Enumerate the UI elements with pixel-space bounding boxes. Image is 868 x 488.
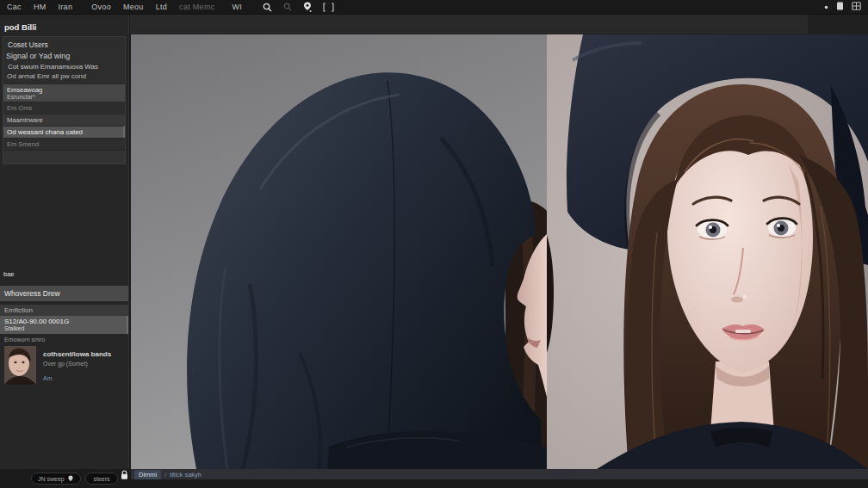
bottom-pill-steers[interactable]: steers [85, 473, 118, 485]
selection-item-1[interactable]: Emfiction [0, 305, 128, 316]
selection-item-2-line1: S12/A0-90.00 0001G [4, 318, 122, 325]
selection-footnote: Emoworn smro [0, 334, 128, 345]
list-item-link[interactable]: Am [43, 375, 111, 381]
panel-row-highlight-sub: Esrunctar* [7, 94, 121, 100]
list-item-thumbnail [4, 346, 36, 385]
canvas-toolbar [130, 15, 868, 34]
left-image-hooded-figure-back[interactable] [131, 34, 547, 469]
right-image-hooded-girl-portrait[interactable] [547, 34, 868, 469]
menu-item-5[interactable]: Meou [123, 3, 144, 11]
bottom-pill-sweep[interactable]: JN sweep [31, 473, 81, 485]
search-dim-icon[interactable] [283, 3, 292, 11]
info-line-2: Signal or Yad wing [3, 51, 125, 62]
bottom-bar: JN sweep steers Dimmi / titick sakyh [0, 469, 868, 488]
grid-icon[interactable] [852, 2, 861, 12]
pin-icon[interactable] [303, 2, 312, 12]
toolbar-icons [263, 2, 334, 12]
image-viewer [131, 34, 868, 469]
panel-footer [3, 150, 125, 164]
sidebar-title: pod Billi [0, 15, 128, 36]
menu-item-6[interactable]: Ltd [156, 3, 167, 11]
menu-item-7[interactable]: cat Memc [179, 3, 214, 11]
menu-item-3[interactable]: Iran [59, 3, 73, 11]
menu-item-1[interactable]: Cac [7, 3, 22, 11]
app-window: Cac HM Iran Ovoo Meou Ltd cat Memc WI [0, 0, 868, 488]
canvas-toolbar-right-segment [808, 15, 868, 34]
status-chip[interactable]: Dimmi [134, 470, 161, 479]
status-bar: Dimmi / titick sakyh [131, 469, 868, 479]
sidebar: pod Billi Coset Users Signal or Yad wing… [0, 15, 129, 469]
bottom-pill-sweep-label: JN sweep [38, 476, 65, 482]
list-item-title: cothsent/iowa bands [43, 350, 111, 358]
panel-row-dim-1[interactable]: Em Oms [3, 102, 125, 114]
lock-icon[interactable] [121, 468, 128, 484]
selection-block: Whoveress Drew Emfiction S12/A0-90.00 00… [0, 286, 128, 345]
selection-item-2[interactable]: S12/A0-90.00 0001G Stalked [0, 316, 128, 334]
panel-row-mid[interactable]: Maamtrware [3, 114, 125, 126]
selection-item-2-line2: Stalked [4, 325, 122, 331]
menu-bar: Cac HM Iran Ovoo Meou Ltd cat Memc WI [0, 0, 868, 15]
panel-row-highlight-label: Emseawoag [7, 86, 121, 94]
info-line-3: Cot swum Emanamuova Was [3, 62, 125, 71]
square-icon[interactable] [836, 2, 844, 12]
section-label: bae [3, 270, 15, 278]
info-panel: Coset Users Signal or Yad wing Cot swum … [3, 36, 126, 164]
bottom-pill-steers-label: steers [93, 476, 109, 482]
frame-brackets-icon[interactable] [323, 3, 334, 12]
selection-header[interactable]: Whoveress Drew [0, 286, 128, 301]
panel-row-dim-2[interactable]: Em Smend [3, 138, 125, 150]
panel-row-highlight[interactable]: Emseawoag Esrunctar* [3, 83, 125, 102]
dot-icon[interactable] [824, 3, 828, 11]
window-corner-icons [824, 2, 861, 12]
menu-item-4[interactable]: Ovoo [91, 3, 111, 11]
panel-row-bright[interactable]: Od weasani chana cated [3, 126, 125, 138]
info-line-1: Coset Users [3, 37, 125, 51]
status-path-link[interactable]: titick sakyh [170, 471, 202, 479]
menu-item-2[interactable]: HM [34, 3, 46, 11]
list-item[interactable]: cothsent/iowa bands Over gp (Somet) Am [4, 346, 125, 385]
info-line-4: Od armal Emr all pw cond [3, 71, 125, 83]
menu-item-8[interactable]: WI [232, 3, 243, 11]
pill-pin-icon [68, 475, 73, 482]
status-separator: / [164, 471, 166, 479]
list-item-subtitle: Over gp (Somet) [43, 361, 111, 367]
search-icon[interactable] [263, 3, 272, 12]
